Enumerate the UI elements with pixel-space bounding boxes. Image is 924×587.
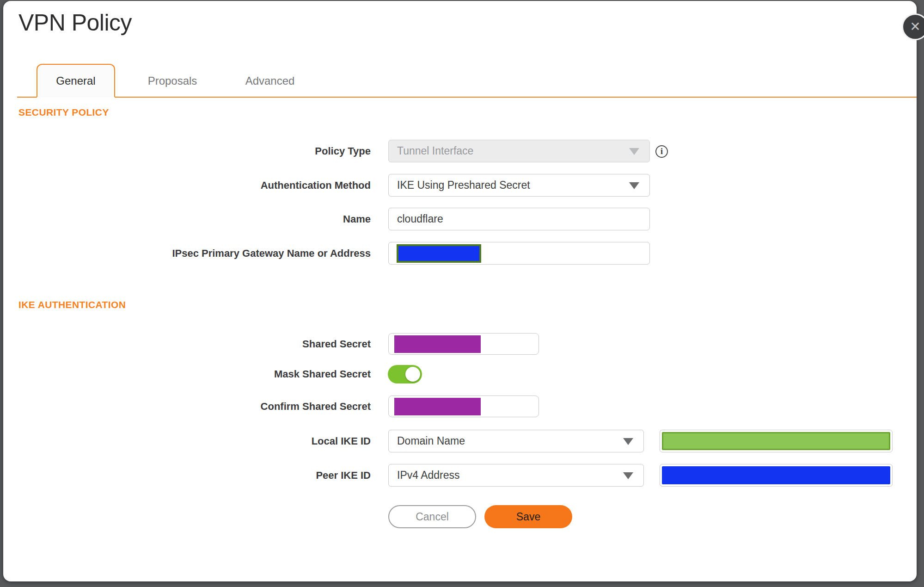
- name-input[interactable]: [388, 208, 650, 230]
- peer-ike-id-redacted-value: [662, 466, 890, 484]
- confirm-shared-secret-label: Confirm Shared Secret: [3, 395, 371, 417]
- shared-secret-label: Shared Secret: [3, 333, 371, 355]
- save-button[interactable]: Save: [484, 505, 572, 528]
- local-ike-id-select[interactable]: Domain Name: [388, 430, 644, 452]
- auth-method-value: IKE Using Preshared Secret: [397, 179, 530, 192]
- shared-secret-input[interactable]: [388, 333, 539, 355]
- policy-type-select: Tunnel Interface: [388, 140, 650, 162]
- policy-type-value: Tunnel Interface: [397, 145, 473, 157]
- chevron-down-icon: [629, 182, 639, 189]
- gateway-redacted-value: [397, 244, 481, 263]
- tab-general[interactable]: General: [37, 64, 115, 98]
- auth-method-select[interactable]: IKE Using Preshared Secret: [388, 174, 650, 197]
- gateway-label: IPsec Primary Gateway Name or Address: [3, 242, 371, 265]
- tab-bar: General Proposals Advanced: [3, 64, 917, 98]
- local-ike-id-input[interactable]: [660, 430, 893, 452]
- peer-ike-id-select[interactable]: IPv4 Address: [388, 464, 644, 487]
- chevron-down-icon: [629, 148, 639, 155]
- local-ike-id-value: Domain Name: [397, 435, 465, 447]
- auth-method-label: Authentication Method: [3, 174, 371, 197]
- toggle-knob: [405, 367, 420, 382]
- section-ike-authentication: IKE AUTHENTICATION: [18, 299, 126, 310]
- gateway-input[interactable]: [388, 242, 650, 265]
- mask-shared-secret-label: Mask Shared Secret: [3, 365, 371, 383]
- name-label: Name: [3, 208, 371, 230]
- shared-secret-redacted-value: [394, 335, 481, 353]
- chevron-down-icon: [623, 438, 633, 445]
- mask-shared-secret-toggle[interactable]: [388, 365, 422, 383]
- info-icon[interactable]: i: [655, 145, 668, 158]
- vpn-policy-dialog: VPN Policy General Proposals Advanced SE…: [3, 1, 917, 581]
- chevron-down-icon: [623, 472, 633, 479]
- tab-advanced[interactable]: Advanced: [233, 64, 307, 98]
- confirm-shared-secret-input[interactable]: [388, 395, 539, 417]
- local-ike-id-redacted-value: [662, 432, 890, 450]
- local-ike-id-label: Local IKE ID: [3, 430, 371, 452]
- policy-type-label: Policy Type: [3, 140, 371, 162]
- page-title: VPN Policy: [18, 9, 132, 36]
- confirm-shared-secret-redacted-value: [394, 398, 481, 415]
- tab-proposals[interactable]: Proposals: [133, 64, 212, 98]
- peer-ike-id-label: Peer IKE ID: [3, 464, 371, 487]
- cancel-button[interactable]: Cancel: [388, 505, 476, 528]
- peer-ike-id-input[interactable]: [660, 464, 893, 487]
- peer-ike-id-value: IPv4 Address: [397, 469, 460, 482]
- section-security-policy: SECURITY POLICY: [18, 107, 109, 118]
